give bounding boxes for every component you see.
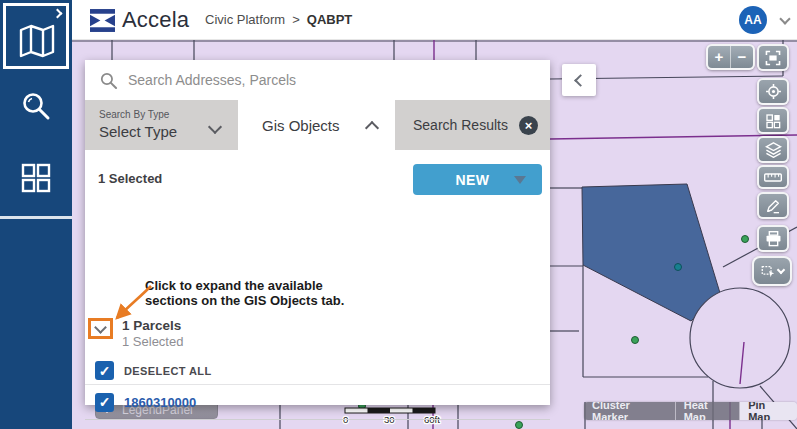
annotation-callout: Click to expand the available sections o… <box>145 278 344 308</box>
sidebar-item-search[interactable] <box>0 90 72 122</box>
gis-search-panel: Search By Type Select Type Gis Objects S… <box>85 60 550 405</box>
annotation-line-2: sections on the GIS Objects tab. <box>145 293 344 308</box>
account-menu-chevron-icon[interactable] <box>779 13 790 24</box>
basemap-button[interactable] <box>757 107 789 134</box>
select-area-icon <box>761 264 776 279</box>
selected-summary: 1 Selected <box>98 171 162 186</box>
mode-heat-map[interactable]: Heat Map <box>676 402 740 420</box>
sidebar-item-map[interactable] <box>3 3 69 69</box>
zoom-control: + − <box>706 44 755 70</box>
deselect-all-checkbox[interactable] <box>95 361 114 380</box>
apps-grid-icon <box>21 163 51 193</box>
panel-tabbar: Search By Type Select Type Gis Objects S… <box>85 100 550 150</box>
breadcrumb-current: QABPT <box>307 12 353 27</box>
chevron-left-icon <box>574 74 587 87</box>
panel-collapse-button[interactable] <box>562 64 596 96</box>
locate-icon <box>765 83 782 100</box>
printer-icon <box>765 231 782 247</box>
sidebar-expand-icon[interactable] <box>53 9 63 19</box>
parcel-result-row: 1860310000 <box>85 385 550 420</box>
close-icon[interactable]: × <box>519 116 538 135</box>
parcel-checkbox[interactable] <box>95 393 114 412</box>
layers-icon <box>765 141 782 158</box>
map-icon <box>18 24 56 58</box>
new-button-label: NEW <box>431 172 514 188</box>
search-by-type-label: Search By Type <box>99 109 226 120</box>
brand: Accela <box>90 7 189 33</box>
deselect-all-label[interactable]: DESELECT ALL <box>124 365 212 377</box>
select-tools-button[interactable] <box>752 256 792 286</box>
annotation-arrow <box>103 280 163 330</box>
chevron-down-icon <box>776 265 784 273</box>
search-by-type-value: Select Type <box>99 123 226 140</box>
zoom-out-button[interactable]: − <box>731 46 753 68</box>
basemap-icon <box>765 113 781 129</box>
pencil-icon <box>765 198 781 214</box>
print-button[interactable] <box>757 225 789 252</box>
map-mode-switcher: Cluster Marker Heat Map Pin Map <box>584 402 797 420</box>
culdesac-circle <box>690 288 790 388</box>
search-tool-icon <box>20 90 52 122</box>
breadcrumb: Civic Platform > QABPT <box>205 12 352 27</box>
tab-search-results[interactable]: Search Results × <box>395 100 550 150</box>
sidebar-divider <box>0 216 72 219</box>
breadcrumb-root[interactable]: Civic Platform <box>205 12 285 27</box>
default-extent-button[interactable] <box>757 44 789 71</box>
avatar[interactable]: AA <box>739 6 767 34</box>
tab-gis-objects[interactable]: Gis Objects <box>238 100 395 150</box>
locate-button[interactable] <box>757 78 789 105</box>
draw-button[interactable] <box>757 192 789 219</box>
search-icon <box>99 71 118 90</box>
measure-button[interactable] <box>757 165 789 189</box>
extent-icon <box>764 50 782 66</box>
ruler-icon <box>764 172 782 183</box>
gis-objects-content: 1 Selected NEW Click to expand the avail… <box>85 150 550 405</box>
deselect-all-row: DESELECT ALL <box>85 357 550 385</box>
mode-pin-map[interactable]: Pin Map <box>740 402 797 420</box>
search-input[interactable] <box>128 72 550 88</box>
mode-cluster-marker[interactable]: Cluster Marker <box>584 402 676 420</box>
annotation-line-1: Click to expand the available <box>145 278 344 293</box>
parcels-group-subtitle: 1 Selected <box>122 334 183 349</box>
chevron-up-icon <box>365 120 379 134</box>
parcel-id-link[interactable]: 1860310000 <box>124 395 196 410</box>
new-button[interactable]: NEW <box>413 164 542 195</box>
top-header: Accela Civic Platform > QABPT AA <box>72 0 797 40</box>
zoom-in-button[interactable]: + <box>708 46 731 68</box>
sidebar <box>0 0 72 429</box>
gis-objects-label: Gis Objects <box>262 117 340 134</box>
tab-search-by-type[interactable]: Search By Type Select Type <box>85 100 238 150</box>
app-window: 0 30 60ft Accela Civic Platform > QABPT … <box>0 0 797 429</box>
sidebar-item-apps[interactable] <box>0 163 72 193</box>
new-dropdown-triangle-icon[interactable] <box>514 176 526 184</box>
search-results-label: Search Results <box>413 117 508 133</box>
layers-button[interactable] <box>757 136 789 163</box>
breadcrumb-separator: > <box>292 12 300 27</box>
brand-name: Accela <box>122 7 189 33</box>
accela-logo-icon <box>90 8 115 33</box>
search-bar <box>85 60 550 100</box>
